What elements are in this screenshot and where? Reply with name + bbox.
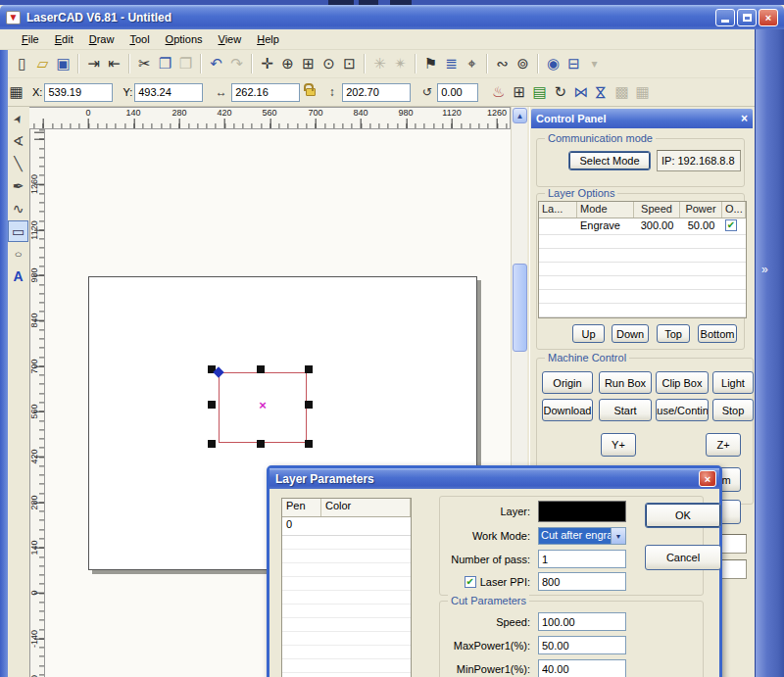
work-mode-combo[interactable]: Cut after engrav ▼: [538, 527, 626, 545]
layer-top-button[interactable]: Top: [657, 324, 690, 343]
pen-row[interactable]: 0: [282, 517, 411, 536]
layers-icon[interactable]: ▤: [529, 82, 550, 103]
import-icon[interactable]: ⇥: [83, 54, 104, 74]
array-copy-icon[interactable]: ⊞: [509, 82, 529, 103]
maximize-button[interactable]: [737, 9, 757, 26]
zoom-window-icon[interactable]: ⊞: [298, 54, 318, 74]
zoom-in-icon[interactable]: ⊕: [277, 54, 298, 74]
start-button[interactable]: Start: [599, 399, 652, 421]
pen-number[interactable]: 0: [282, 517, 321, 535]
col-power[interactable]: Power: [680, 202, 722, 218]
preview-icon[interactable]: ⊟: [564, 54, 584, 74]
dialog-close-button[interactable]: ×: [699, 470, 716, 487]
pause-continue-button[interactable]: Pause/Continue: [656, 399, 709, 421]
chevron-down-icon[interactable]: ▼: [611, 528, 625, 544]
stop-button[interactable]: Stop: [712, 399, 754, 421]
open-icon[interactable]: ▱: [32, 54, 53, 74]
layer-down-button[interactable]: Down: [612, 324, 649, 343]
menu-view[interactable]: View: [211, 31, 250, 47]
number-of-pass-input[interactable]: [538, 550, 626, 568]
light-button[interactable]: Light: [712, 371, 754, 394]
minpower-partial-input[interactable]: [538, 659, 626, 677]
scroll-up-button[interactable]: ▲: [513, 108, 527, 123]
menu-options[interactable]: Options: [158, 31, 211, 47]
download-button[interactable]: Download: [542, 399, 593, 421]
pen-table[interactable]: Pen Color 0: [281, 498, 412, 677]
selection-handle[interactable]: [305, 440, 313, 448]
pick-icon[interactable]: ⌖: [462, 54, 482, 74]
close-button[interactable]: ×: [759, 9, 778, 26]
col-layer[interactable]: La...: [539, 202, 577, 218]
panel-close-icon[interactable]: ×: [741, 112, 748, 125]
selection-handle[interactable]: [305, 365, 313, 373]
node-tool[interactable]: ∢: [8, 130, 28, 152]
cancel-button[interactable]: Cancel: [645, 545, 721, 570]
node-edit-icon[interactable]: ∾: [492, 54, 513, 74]
selection-handle[interactable]: [305, 401, 313, 409]
pen-tool[interactable]: ✒: [8, 175, 28, 197]
selection-handle[interactable]: [257, 440, 265, 448]
title-bar[interactable]: ▼ LaserCAD V6.81 - Untitled ×: [0, 5, 784, 29]
selection-handle[interactable]: [208, 440, 216, 448]
stamp-icon[interactable]: ♨: [488, 82, 509, 103]
redo-icon[interactable]: ↷: [226, 54, 247, 74]
rotate-hand-icon[interactable]: ↻: [550, 82, 570, 103]
col-output[interactable]: O...: [722, 202, 746, 218]
col-speed[interactable]: Speed: [634, 202, 680, 218]
layer-up-button[interactable]: Up: [572, 324, 605, 343]
menu-draw[interactable]: Draw: [81, 31, 122, 47]
laser-ppi-checkbox[interactable]: ✔: [465, 576, 476, 588]
height-input[interactable]: [342, 83, 411, 102]
ungroup-icon[interactable]: ✴: [390, 54, 411, 74]
aspect-lock-icon[interactable]: [306, 88, 316, 96]
layer-bottom-button[interactable]: Bottom: [698, 324, 737, 343]
x-input[interactable]: [44, 83, 113, 102]
y-input[interactable]: [134, 83, 203, 102]
export-icon[interactable]: ⇤: [104, 54, 124, 74]
text-tool[interactable]: A: [8, 266, 28, 287]
save-icon[interactable]: ▣: [53, 54, 74, 74]
layer-mode[interactable]: Engrave: [577, 218, 634, 234]
laser-ppi-input[interactable]: [538, 572, 626, 591]
ellipse-tool[interactable]: ○: [8, 243, 28, 265]
ok-button[interactable]: OK: [645, 503, 721, 528]
pan-icon[interactable]: ✛: [257, 54, 277, 74]
selection-handle[interactable]: [208, 401, 216, 409]
paste-icon[interactable]: ❐: [175, 54, 196, 74]
group-icon[interactable]: ✳: [369, 54, 390, 74]
layer-row[interactable]: Engrave 300.00 50.00 ✔: [539, 218, 746, 235]
width-input[interactable]: [231, 83, 300, 102]
zoom-selection-icon[interactable]: ⊙: [318, 54, 339, 74]
speed-input[interactable]: [538, 612, 626, 631]
layer-speed[interactable]: 300.00: [634, 218, 680, 234]
rotate-point-icon[interactable]: ⊚: [513, 54, 533, 74]
edit-tool-icon[interactable]: ⚑: [420, 54, 441, 74]
layer-table[interactable]: La... Mode Speed Power O... Engrave 300.…: [538, 201, 747, 318]
cut-icon[interactable]: ✂: [134, 54, 155, 74]
control-panel-header[interactable]: Control Panel ×: [531, 109, 753, 128]
menu-edit[interactable]: Edit: [47, 31, 81, 47]
scrollbar-thumb[interactable]: [513, 264, 527, 352]
dialog-layer-swatch[interactable]: [538, 501, 626, 522]
mirror-vertical-icon[interactable]: ⋈: [591, 82, 612, 103]
copy-icon[interactable]: ❐: [155, 54, 175, 74]
clip-box-button[interactable]: Clip Box: [656, 371, 709, 394]
select-tool[interactable]: ➤: [8, 108, 28, 129]
run-box-button[interactable]: Run Box: [599, 371, 652, 394]
jog-z-plus-button[interactable]: Z+: [706, 433, 741, 457]
minimize-button[interactable]: [715, 9, 735, 26]
layer-power[interactable]: 50.00: [680, 218, 722, 234]
anchor-grid-icon[interactable]: ▦: [6, 82, 26, 103]
options-list-icon[interactable]: ≣: [441, 54, 462, 74]
dialog-title-bar[interactable]: Layer Parameters: [270, 468, 719, 489]
new-icon[interactable]: ▯: [12, 54, 32, 74]
size-lock-icon[interactable]: ▩: [612, 82, 632, 103]
line-tool[interactable]: ╲: [8, 153, 28, 174]
curve-tool[interactable]: ∿: [8, 198, 28, 219]
maxpower-input[interactable]: [538, 636, 626, 654]
menu-tool[interactable]: Tool: [122, 31, 157, 47]
toolbar-more-icon[interactable]: ▾: [584, 54, 605, 74]
simulate-icon[interactable]: ◉: [543, 54, 564, 74]
menu-help[interactable]: Help: [249, 31, 287, 47]
menu-file[interactable]: File: [14, 31, 47, 47]
